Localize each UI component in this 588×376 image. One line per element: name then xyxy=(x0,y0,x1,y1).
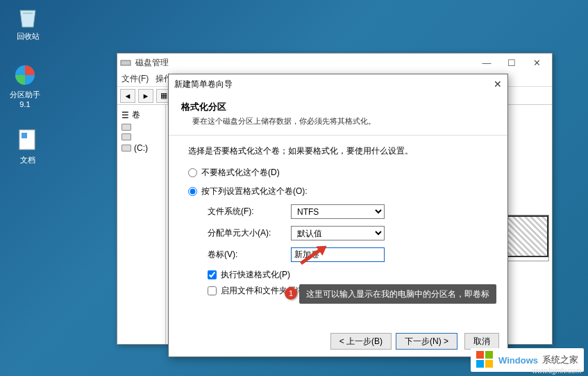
annotation-badge: 1 xyxy=(285,287,297,300)
watermark-url: www.bjjmlv.com xyxy=(532,367,581,375)
new-volume-wizard: 新建简单卷向导 ✕ 格式化分区 要在这个磁盘分区上储存数据，你必须先将其格式化。… xyxy=(168,74,508,357)
minimize-button[interactable]: — xyxy=(474,55,499,70)
drive-icon xyxy=(121,133,131,140)
wizard-title: 新建简单卷向导 xyxy=(174,79,233,90)
nav-back-button[interactable]: ◄ xyxy=(120,89,135,103)
allocation-select[interactable]: 默认值 xyxy=(291,226,385,240)
section-title: 格式化分区 xyxy=(181,101,495,113)
checkbox-quick-format[interactable] xyxy=(208,270,217,279)
drive-icon xyxy=(121,124,131,131)
next-button[interactable]: 下一步(N) > xyxy=(396,333,457,350)
volume-list-item[interactable]: (C:) xyxy=(120,142,162,154)
titlebar[interactable]: 磁盘管理 — ☐ ✕ xyxy=(117,54,552,72)
back-button[interactable]: < 上一步(B) xyxy=(330,333,392,350)
desktop-icon-label: 回收站 xyxy=(7,31,49,42)
desktop-icon-documents[interactable]: 文档 xyxy=(7,128,49,165)
volume-list-item[interactable] xyxy=(120,132,162,142)
checkbox-compress[interactable] xyxy=(208,286,217,295)
menu-file[interactable]: 文件(F) xyxy=(121,73,149,85)
volume-list: ☰卷 (C:) xyxy=(117,105,166,344)
disk-mgmt-icon xyxy=(120,57,131,68)
partition-helper-icon xyxy=(12,63,37,88)
quick-format-label: 执行快速格式化(P) xyxy=(221,269,290,281)
desktop-icon-partition-helper[interactable]: 分区助手 9.1 xyxy=(4,63,46,108)
window-title: 磁盘管理 xyxy=(135,57,169,69)
windows-logo-icon xyxy=(476,351,494,369)
desktop-icon-label: 文档 xyxy=(7,155,49,165)
desktop-icon-recycle-bin[interactable]: 回收站 xyxy=(7,4,49,42)
option-format[interactable]: 按下列设置格式化这个卷(O): xyxy=(188,186,488,197)
allocation-label: 分配单元大小(A): xyxy=(208,227,291,239)
radio-format[interactable] xyxy=(188,187,197,196)
documents-icon xyxy=(15,128,40,153)
close-icon[interactable]: ✕ xyxy=(494,79,502,90)
cancel-button[interactable]: 取消 xyxy=(464,333,499,350)
volume-label-label: 卷标(V): xyxy=(208,249,291,261)
maximize-button[interactable]: ☐ xyxy=(499,55,524,70)
wizard-buttons: < 上一步(B) 下一步(N) > 取消 xyxy=(330,333,499,350)
wizard-titlebar[interactable]: 新建简单卷向导 ✕ xyxy=(169,74,507,94)
svg-rect-3 xyxy=(121,60,131,65)
option-no-format[interactable]: 不要格式化这个卷(D) xyxy=(188,167,488,179)
recycle-bin-icon xyxy=(15,4,40,29)
filesystem-select[interactable]: NTFS xyxy=(291,204,385,219)
close-button[interactable]: ✕ xyxy=(524,55,549,70)
wizard-note: 选择是否要格式化这个卷；如果要格式化，要使用什么设置。 xyxy=(188,145,488,157)
filesystem-label: 文件系统(F): xyxy=(208,206,291,218)
volume-list-header: ☰卷 xyxy=(120,108,162,122)
annotation-tooltip: 这里可以输入显示在我的电脑中的分区名，即卷标 xyxy=(299,284,496,304)
nav-fwd-button[interactable]: ► xyxy=(138,89,153,103)
drive-icon xyxy=(121,145,131,152)
radio-no-format[interactable] xyxy=(188,168,197,177)
wizard-header: 格式化分区 要在这个磁盘分区上储存数据，你必须先将其格式化。 xyxy=(169,94,507,135)
section-subtitle: 要在这个磁盘分区上储存数据，你必须先将其格式化。 xyxy=(192,116,495,126)
volume-list-item[interactable] xyxy=(120,122,162,132)
svg-rect-2 xyxy=(22,133,27,138)
desktop-icon-label: 分区助手 9.1 xyxy=(4,90,46,108)
